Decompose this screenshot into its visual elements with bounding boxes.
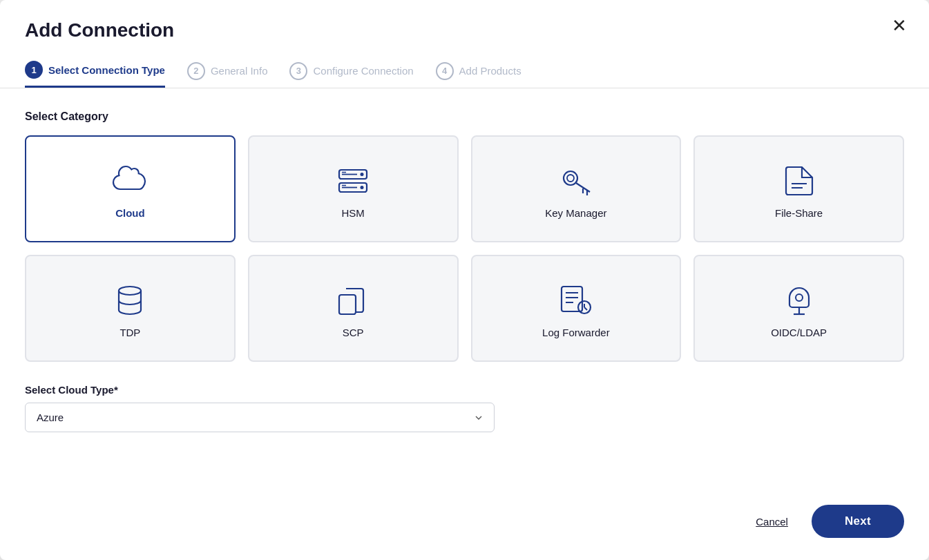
step-2-circle: 2 (187, 62, 205, 80)
modal-title: Add Connection (25, 19, 904, 41)
log-forwarder-icon (555, 284, 597, 317)
category-log-forwarder[interactable]: Log Forwarder (471, 255, 682, 362)
tdp-icon (109, 284, 151, 317)
svg-point-15 (119, 287, 141, 295)
log-forwarder-label: Log Forwarder (542, 327, 610, 338)
svg-point-1 (361, 173, 364, 176)
stepper: 1 Select Connection Type 2 General Info … (25, 54, 904, 88)
cancel-button[interactable]: Cancel (745, 509, 799, 534)
step-1-label: Select Connection Type (48, 64, 165, 76)
step-4[interactable]: 4 Add Products (436, 55, 521, 87)
step-2-label: General Info (211, 65, 268, 77)
svg-rect-16 (339, 295, 356, 314)
key-manager-label: Key Manager (545, 207, 606, 219)
category-hsm[interactable]: HSM (248, 135, 459, 242)
next-button[interactable]: Next (812, 505, 904, 538)
scp-icon (332, 284, 374, 317)
hsm-label: HSM (341, 207, 364, 219)
key-manager-icon (555, 164, 597, 197)
category-oidc-ldap[interactable]: OIDC/LDAP (693, 255, 904, 362)
modal-header: Add Connection ✕ 1 Select Connection Typ… (0, 0, 929, 88)
file-share-label: File-Share (775, 207, 823, 219)
add-connection-modal: Add Connection ✕ 1 Select Connection Typ… (0, 0, 929, 560)
step-3-label: Configure Connection (313, 65, 413, 77)
file-share-icon (778, 164, 820, 197)
step-3[interactable]: 3 Configure Connection (289, 55, 413, 87)
scp-label: SCP (343, 327, 364, 338)
oidc-ldap-label: OIDC/LDAP (771, 327, 827, 338)
step-3-circle: 3 (289, 62, 307, 80)
select-category-title: Select Category (25, 110, 904, 123)
cloud-type-section: Select Cloud Type* Azure AWS GCP (25, 384, 904, 432)
svg-point-8 (564, 171, 577, 185)
oidc-ldap-icon (778, 284, 820, 317)
step-2[interactable]: 2 General Info (187, 55, 268, 87)
category-scp[interactable]: SCP (248, 255, 459, 362)
step-1[interactable]: 1 Select Connection Type (25, 54, 165, 88)
category-cloud[interactable]: Cloud (25, 135, 236, 242)
category-key-manager[interactable]: Key Manager (471, 135, 682, 242)
tdp-label: TDP (119, 327, 140, 338)
svg-rect-17 (562, 287, 582, 311)
cloud-type-select[interactable]: Azure AWS GCP (25, 403, 495, 432)
modal-footer: Cancel Next (0, 491, 929, 560)
hsm-icon (332, 164, 374, 197)
category-grid: Cloud HSM (25, 135, 904, 362)
step-4-circle: 4 (436, 62, 454, 80)
category-tdp[interactable]: TDP (25, 255, 236, 362)
step-1-circle: 1 (25, 61, 43, 79)
modal-body: Select Category Cloud (0, 88, 929, 491)
close-button[interactable]: ✕ (892, 17, 907, 35)
category-file-share[interactable]: File-Share (693, 135, 904, 242)
cloud-icon (109, 164, 151, 197)
svg-point-24 (796, 294, 803, 301)
svg-point-5 (361, 186, 364, 189)
svg-point-9 (567, 175, 574, 182)
cloud-type-label: Select Cloud Type* (25, 384, 904, 396)
svg-line-23 (584, 307, 587, 310)
cloud-label: Cloud (115, 207, 145, 219)
step-4-label: Add Products (459, 65, 521, 77)
